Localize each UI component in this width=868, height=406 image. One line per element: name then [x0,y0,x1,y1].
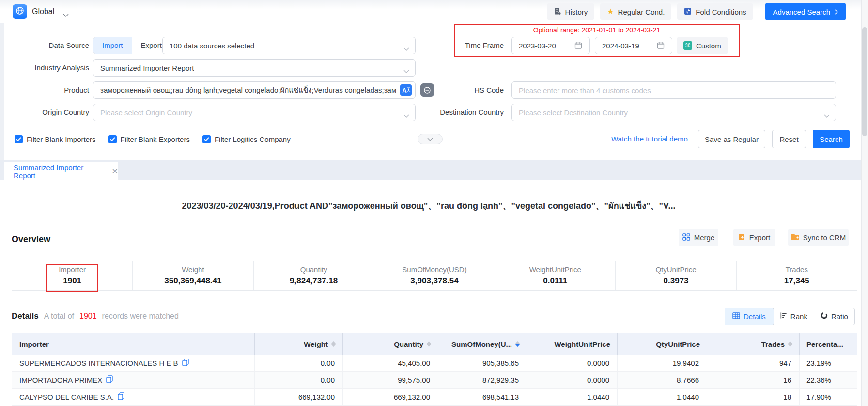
column-header-percentage: Percenta... [800,333,857,355]
checkbox-filter-blank-importers[interactable]: Filter Blank Importers [15,135,96,143]
star-icon: ★ [607,8,614,16]
importer-name-cell[interactable]: SUPERMERCADOS INTERNACIONALES H E B [12,355,255,371]
weight-unit-price-cell: 0.0000 [527,372,618,388]
trades-cell: 18 [707,389,800,405]
product-input[interactable] [93,81,416,99]
data-source-toggle: Import Export [93,37,171,54]
table-row: CALYPSO DEL CARIBE S.A. 669,132.00 669,1… [12,389,857,406]
stat-label: Trades [737,265,857,274]
search-button[interactable]: Search [813,130,850,148]
copy-icon[interactable] [106,375,113,385]
trade-data-app: Global History ★ Regular Cond. Fold Cond… [0,0,868,406]
collapse-form-button[interactable] [418,134,443,144]
importer-name-cell[interactable]: IMPORTADORA PRIMEX [12,372,255,388]
stat-label: SumOfMoney(USD) [374,265,495,274]
destination-country-dropdown[interactable]: Please select Destination Country [512,104,836,121]
merge-label: Merge [694,234,715,242]
column-header-sum-of-money[interactable]: SumOfMoney(U... [438,333,527,355]
qty-unit-price-cell: 1.0440 [618,389,707,405]
stat-label: Importer [12,265,132,274]
copy-icon[interactable] [182,359,189,368]
save-as-regular-button[interactable]: Save as Regular [698,130,765,148]
view-details-label: Details [744,312,766,321]
regular-cond-button[interactable]: ★ Regular Cond. [600,3,671,20]
region-selector-label[interactable]: Global [32,0,54,23]
region-chip[interactable] [13,4,27,19]
sync-to-crm-button[interactable]: Sync to CRM [788,229,849,246]
check-icon [15,135,23,143]
data-sources-value: 100 data sources selected [170,42,254,50]
report-content: 2023/03/20-2024/03/19,Product AND"заморо… [0,180,868,406]
calendar-icon[interactable] [574,42,582,51]
stat-sum-of-money: SumOfMoney(USD) 3,903,378.54 [374,261,495,290]
stat-label: WeightUnitPrice [495,265,615,274]
column-header-weight-unit-price: WeightUnitPrice [527,333,618,355]
hs-code-input[interactable] [512,81,836,99]
view-ratio-button[interactable]: Ratio [814,308,855,325]
stat-value: 1901 [12,276,132,286]
trades-cell: 947 [707,355,800,371]
weight-cell: 0.00 [255,372,343,388]
quantity-cell: 99,575.00 [343,372,438,388]
calendar-icon[interactable] [657,42,665,51]
table-icon [732,312,740,321]
advanced-search-button[interactable]: Advanced Search [765,3,846,20]
column-header-trades[interactable]: Trades [707,333,800,355]
merge-button[interactable]: Merge [679,229,718,246]
page-scrollbar[interactable] [861,0,868,406]
industry-analysis-dropdown[interactable]: Summarized Importer Report [93,59,416,77]
trades-cell: 16 [707,372,800,388]
overview-stats-bar: Importer 1901 Weight 350,369,448.41 Quan… [12,261,857,291]
chevron-down-icon [403,66,409,75]
details-heading: Details [12,312,39,321]
sum-cell: 698,541.13 [438,389,527,405]
sum-cell: 872,929.35 [438,372,527,388]
importer-name-cell[interactable]: CALYPSO DEL CARIBE S.A. [12,389,255,405]
copy-icon[interactable] [118,392,124,402]
details-table: Importer Weight Quantity SumOfMoney(U...… [12,333,857,406]
column-header-weight[interactable]: Weight [255,333,343,355]
history-button[interactable]: History [547,3,595,20]
filter-checkboxes: Filter Blank Importers Filter Blank Expo… [15,130,291,148]
fold-icon [684,7,692,16]
translate-icon[interactable]: A [400,84,412,98]
scrollbar-thumb[interactable] [862,27,867,136]
view-rank-button[interactable]: Rank [773,308,814,325]
tab-summarized-importer-report[interactable]: Summarized Importer Report ✕ [4,162,118,181]
column-header-quantity[interactable]: Quantity [343,333,438,355]
export-button[interactable]: Export [733,229,775,246]
custom-range-button[interactable]: ⌘ Custom [677,37,728,54]
checkbox-filter-logitics-company[interactable]: Filter Logitics Company [202,135,291,143]
origin-country-label: Origin Country [12,104,89,121]
arrow-right-icon [835,8,838,16]
topbar-actions: History ★ Regular Cond. Fold Conditions … [547,0,846,23]
view-toggle: Details Rank Ratio [725,308,855,325]
command-icon: ⌘ [683,41,692,50]
origin-country-dropdown[interactable]: Please select Origin Country [93,104,416,121]
qty-unit-price-cell: 19.9402 [618,355,707,371]
chevron-down-icon[interactable] [63,10,69,19]
custom-label: Custom [696,42,721,50]
weight-cell: 0.00 [255,355,343,371]
close-icon[interactable]: ✕ [112,168,118,175]
tab-import[interactable]: Import [93,37,132,54]
data-sources-dropdown[interactable]: 100 data sources selected [162,37,416,54]
origin-country-placeholder: Please select Origin Country [100,109,192,117]
tutorial-demo-link[interactable]: Watch the tutorial demo [611,130,688,148]
checkbox-filter-blank-exporters[interactable]: Filter Blank Exporters [108,135,190,143]
stat-label: Weight [133,265,253,274]
stat-value: 350,369,448.41 [133,276,253,286]
view-rank-label: Rank [790,312,807,321]
merge-icon [682,233,690,242]
view-details-button[interactable]: Details [725,308,774,325]
reset-button[interactable]: Reset [772,130,806,148]
folder-icon [791,234,799,242]
checkbox-label: Filter Blank Exporters [121,135,190,143]
fold-conditions-button[interactable]: Fold Conditions [677,3,753,20]
fold-conditions-label: Fold Conditions [696,8,746,16]
report-title: 2023/03/20-2024/03/19,Product AND"заморо… [0,199,857,213]
qty-unit-price-cell: 8.7666 [618,372,707,388]
stat-qty-unit-price: QtyUnitPrice 0.3973 [615,261,736,290]
overview-heading: Overview [12,231,50,248]
view-ratio-label: Ratio [831,312,848,321]
